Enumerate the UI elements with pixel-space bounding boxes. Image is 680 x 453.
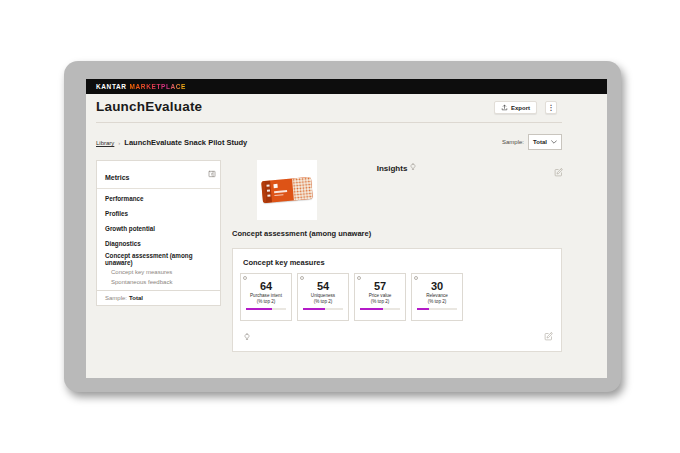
sample-selector-label: Sample: <box>502 139 524 145</box>
sidebar-sample-box: Sample: Total <box>96 290 221 306</box>
metric-tile-relevance[interactable]: 30 Relevance (% top 2) <box>411 273 463 321</box>
page-title: LaunchEvaluate <box>96 99 202 114</box>
metric-progress-fill <box>303 308 325 311</box>
sidebar-item-growth-potential[interactable]: Growth potential <box>97 222 220 237</box>
header-divider <box>96 122 562 123</box>
metric-progress-fill <box>246 308 272 311</box>
concept-key-measures-card: Concept key measures 64 Purchase intent … <box>232 248 562 352</box>
section-heading: Concept assessment (among unaware) <box>232 229 371 238</box>
metric-tile-price-value[interactable]: 57 Price value (% top 2) <box>354 273 406 321</box>
breadcrumb-library-link[interactable]: Library <box>96 140 114 146</box>
app-window-frame: KANTAR MARKETPLACE LaunchEvaluate Export… <box>64 61 621 392</box>
sidebar-item-diagnostics[interactable]: Diagnostics <box>97 237 220 252</box>
collapse-panel-icon[interactable] <box>208 164 216 172</box>
metric-progress-track <box>360 308 400 311</box>
breadcrumb: Library › LaunchEvaluate Snack Pilot Stu… <box>96 138 247 147</box>
page: KANTAR MARKETPLACE LaunchEvaluate Export… <box>0 0 680 453</box>
metric-progress-fill <box>360 308 383 311</box>
sidebar-sample-label: Sample: <box>105 295 127 301</box>
sidebar-item-profiles[interactable]: Profiles <box>97 207 220 222</box>
kebab-icon: ⋮ <box>548 104 555 112</box>
insights-heading-label: Insights <box>377 164 408 173</box>
circle-indicator-icon <box>300 276 304 280</box>
upload-icon <box>501 104 508 112</box>
snack-bar-illustration <box>261 177 313 203</box>
metric-value: 57 <box>355 280 405 292</box>
metric-label: Uniqueness (% top 2) <box>298 293 348 305</box>
metric-tile-uniqueness[interactable]: 54 Uniqueness (% top 2) <box>297 273 349 321</box>
sample-dropdown[interactable]: Total <box>528 134 562 150</box>
card-lightbulb-icon[interactable] <box>243 327 251 345</box>
metric-label: Purchase intent (% top 2) <box>241 293 291 305</box>
circle-indicator-icon <box>357 276 361 280</box>
sidebar-item-performance[interactable]: Performance <box>97 192 220 207</box>
circle-indicator-icon <box>243 276 247 280</box>
chevron-down-icon <box>551 139 557 145</box>
breadcrumb-current-study: LaunchEvaluate Snack Pilot Study <box>124 138 247 147</box>
sidebar-item-concept-assessment[interactable]: Concept assessment (among unaware) <box>97 252 220 267</box>
breadcrumb-separator: › <box>118 140 120 146</box>
topbar: KANTAR MARKETPLACE <box>86 79 607 94</box>
sample-selector: Sample: Total <box>502 134 562 150</box>
card-heading: Concept key measures <box>243 258 325 267</box>
lightbulb-icon <box>409 163 417 173</box>
metric-progress-track <box>417 308 457 311</box>
export-button-label: Export <box>511 105 530 111</box>
sidebar-subitem-spontaneous-feedback[interactable]: Spontaneous feedback <box>97 277 220 287</box>
metric-progress-fill <box>417 308 429 311</box>
metric-value: 30 <box>412 280 462 292</box>
kantar-logo: KANTAR <box>96 83 127 90</box>
marketplace-logo: MARKETPLACE <box>130 83 186 90</box>
sidebar-subitem-concept-key-measures[interactable]: Concept key measures <box>97 267 220 277</box>
export-button[interactable]: Export <box>494 101 537 114</box>
app-screen: KANTAR MARKETPLACE LaunchEvaluate Export… <box>86 79 607 378</box>
metric-label: Price value (% top 2) <box>355 293 405 305</box>
metric-value: 54 <box>298 280 348 292</box>
sample-dropdown-value: Total <box>533 139 547 145</box>
sidebar-sample-value: Total <box>129 295 143 301</box>
card-edit-icon[interactable] <box>544 327 553 345</box>
metric-progress-track <box>246 308 286 311</box>
sidebar-items: Performance Profiles Growth potential Di… <box>97 189 220 301</box>
metric-progress-track <box>303 308 343 311</box>
kebab-menu-button[interactable]: ⋮ <box>545 101 557 114</box>
insights-edit-icon[interactable] <box>554 163 563 181</box>
insights-heading: Insights <box>232 163 562 173</box>
circle-indicator-icon <box>414 276 418 280</box>
metric-label: Relevance (% top 2) <box>412 293 462 305</box>
sidebar-title: Metrics <box>105 174 130 181</box>
metric-tile-purchase-intent[interactable]: 64 Purchase intent (% top 2) <box>240 273 292 321</box>
metrics-sidebar: Metrics Performance Profiles Growth pote… <box>96 160 221 302</box>
metric-tiles: 64 Purchase intent (% top 2) 54 <box>240 273 463 321</box>
sidebar-header: Metrics <box>97 161 220 188</box>
metric-value: 64 <box>241 280 291 292</box>
